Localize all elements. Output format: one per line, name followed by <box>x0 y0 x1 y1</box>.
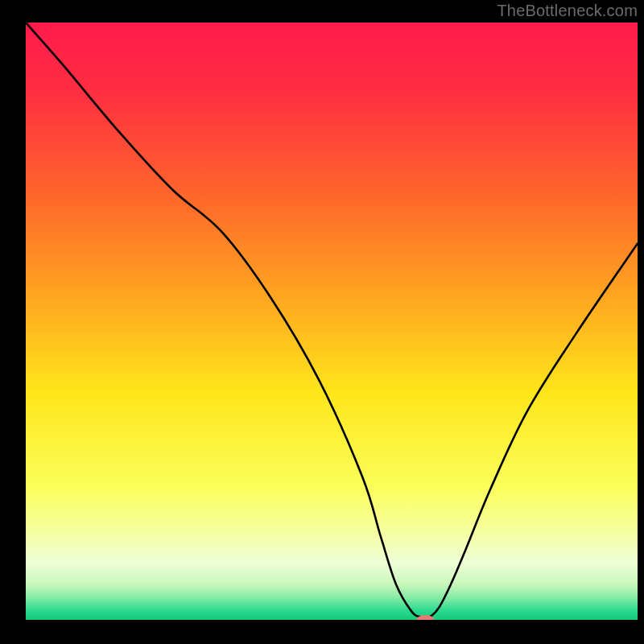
bottleneck-chart <box>0 0 644 644</box>
gradient-background <box>26 23 638 620</box>
optimal-marker <box>416 615 434 625</box>
chart-frame: TheBottleneck.com <box>0 0 644 644</box>
watermark-text: TheBottleneck.com <box>497 2 638 20</box>
